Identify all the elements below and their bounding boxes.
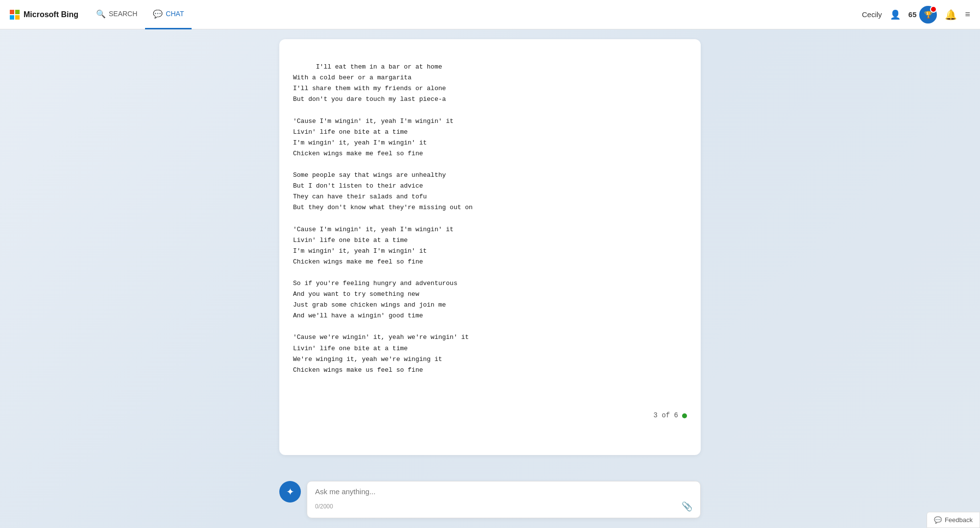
microsoft-logo (10, 10, 20, 20)
score-circle: 🏆 (919, 6, 937, 24)
header: Microsoft Bing 🔍 SEARCH 💬 CHAT Cecily 👤 … (0, 0, 980, 29)
input-footer: 0/2000 📎 (315, 501, 692, 512)
nav-chat-label: CHAT (166, 10, 184, 18)
page-number: 3 of 6 (654, 410, 678, 422)
header-right: Cecily 👤 65 🏆 🔔 ≡ (862, 6, 970, 24)
message-footer: 3 of 6 (293, 405, 687, 422)
chat-input-area: ✦ 0/2000 📎 (0, 475, 980, 528)
feedback-icon: 💬 (934, 516, 942, 524)
chat-nav-icon: 💬 (153, 9, 163, 19)
message-card: I'll eat them in a bar or at home With a… (279, 39, 701, 455)
main-content: I'll eat them in a bar or at home With a… (0, 29, 980, 528)
user-name: Cecily (862, 10, 882, 19)
nav-area: 🔍 SEARCH 💬 CHAT (88, 0, 192, 29)
menu-icon[interactable]: ≡ (965, 9, 970, 20)
chat-input[interactable] (315, 487, 692, 496)
nav-search-label: SEARCH (109, 10, 137, 18)
score-badge[interactable]: 65 🏆 (908, 6, 937, 24)
feedback-button[interactable]: 💬 Feedback (927, 512, 980, 528)
input-box: 0/2000 📎 (307, 481, 701, 518)
message-text: I'll eat them in a bar or at home With a… (293, 63, 473, 374)
status-dot (682, 413, 687, 418)
feedback-label: Feedback (945, 516, 973, 524)
char-count: 0/2000 (315, 503, 333, 510)
logo-area[interactable]: Microsoft Bing (10, 10, 78, 20)
nav-item-chat[interactable]: 💬 CHAT (145, 0, 192, 29)
bing-avatar-icon: ✦ (286, 486, 294, 498)
nav-item-search[interactable]: 🔍 SEARCH (88, 0, 145, 29)
chat-container: I'll eat them in a bar or at home With a… (270, 39, 710, 518)
search-nav-icon: 🔍 (96, 9, 106, 19)
bing-avatar: ✦ (279, 481, 301, 503)
page-indicator: 3 of 6 (654, 410, 687, 422)
score-value: 65 (908, 10, 917, 19)
microphone-icon[interactable]: 📎 (682, 501, 692, 512)
user-profile-icon[interactable]: 👤 (890, 9, 901, 20)
notification-icon[interactable]: 🔔 (945, 9, 957, 21)
chat-input-wrapper: ✦ 0/2000 📎 (279, 481, 701, 518)
score-circle-icon: 🏆 (924, 11, 932, 19)
logo-text: Microsoft Bing (24, 10, 78, 19)
